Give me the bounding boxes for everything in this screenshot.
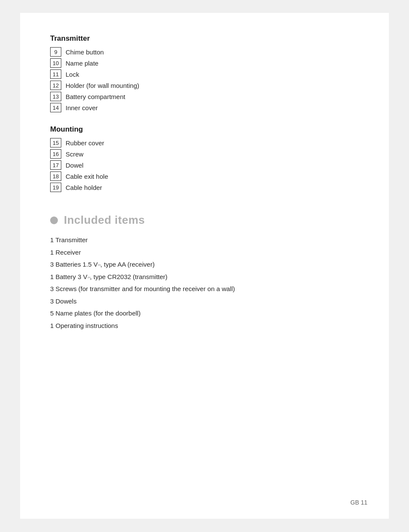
included-header: Included items [50,213,359,227]
list-item: 13 Battery compartment [50,92,359,101]
included-item-text: 3 Batteries 1.5 V⎓, type AA (receiver) [50,261,155,268]
item-number-11: 11 [50,69,61,79]
item-label: Holder (for wall mounting) [66,82,139,89]
included-list: 1 Transmitter 1 Receiver 3 Batteries 1.5… [50,235,359,331]
list-item: 5 Name plates (for the doorbell) [50,309,359,319]
item-number-19: 19 [50,183,61,192]
list-item: 14 Inner cover [50,103,359,112]
item-number-17: 17 [50,160,61,170]
transmitter-title: Transmitter [50,34,359,43]
item-number-14: 14 [50,103,61,112]
item-number-10: 10 [50,58,61,68]
included-item-text: 3 Screws (for transmitter and for mounti… [50,285,235,292]
list-item: 10 Name plate [50,58,359,68]
page: Transmitter 9 Chime button 10 Name plate… [20,13,389,519]
transmitter-list: 9 Chime button 10 Name plate 11 Lock 12 … [50,47,359,112]
list-item: 17 Dowel [50,160,359,170]
list-item: 12 Holder (for wall mounting) [50,81,359,90]
mounting-list: 15 Rubber cover 16 Screw 17 Dowel 18 Cab… [50,138,359,192]
list-item: 16 Screw [50,149,359,159]
item-label: Cable holder [66,184,102,191]
list-item: 3 Batteries 1.5 V⎓, type AA (receiver) [50,260,359,270]
included-item-text: 1 Battery 3 V⎓, type CR2032 (transmitter… [50,273,168,280]
included-item-text: 3 Dowels [50,298,77,305]
included-section: Included items 1 Transmitter 1 Receiver … [50,213,359,331]
item-label: Rubber cover [66,139,104,147]
item-label: Inner cover [66,104,98,111]
item-label: Chime button [66,48,104,56]
dc-symbol-icon: ⎓ [98,262,100,268]
dc-symbol-icon: ⎓ [87,274,90,280]
page-footer: GB 11 [350,499,367,506]
included-item-text: 1 Receiver [50,249,81,256]
item-number-16: 16 [50,149,61,159]
included-item-text: 1 Operating instructions [50,322,118,329]
item-label: Dowel [66,162,84,169]
transmitter-section: Transmitter 9 Chime button 10 Name plate… [50,34,359,112]
included-item-text: 1 Transmitter [50,236,88,243]
item-number-12: 12 [50,81,61,90]
item-number-15: 15 [50,138,61,147]
included-item-text: 5 Name plates (for the doorbell) [50,310,141,317]
item-label: Screw [66,150,84,158]
list-item: 3 Dowels [50,297,359,307]
list-item: 1 Operating instructions [50,321,359,331]
included-title: Included items [64,213,145,227]
item-label: Lock [66,71,79,78]
item-label: Cable exit hole [66,173,108,180]
list-item: 15 Rubber cover [50,138,359,147]
item-label: Name plate [66,60,99,67]
page-number: GB 11 [350,499,367,506]
item-number-13: 13 [50,92,61,101]
item-label: Battery compartment [66,93,125,100]
list-item: 18 Cable exit hole [50,171,359,181]
bullet-circle-icon [50,216,58,224]
list-item: 1 Transmitter [50,235,359,245]
list-item: 9 Chime button [50,47,359,57]
list-item: 1 Battery 3 V⎓, type CR2032 (transmitter… [50,272,359,282]
list-item: 11 Lock [50,69,359,79]
list-item: 3 Screws (for transmitter and for mounti… [50,284,359,294]
list-item: 1 Receiver [50,248,359,258]
list-item: 19 Cable holder [50,183,359,192]
mounting-title: Mounting [50,125,359,134]
item-number-18: 18 [50,171,61,181]
mounting-section: Mounting 15 Rubber cover 16 Screw 17 Dow… [50,125,359,192]
item-number-9: 9 [50,47,61,57]
